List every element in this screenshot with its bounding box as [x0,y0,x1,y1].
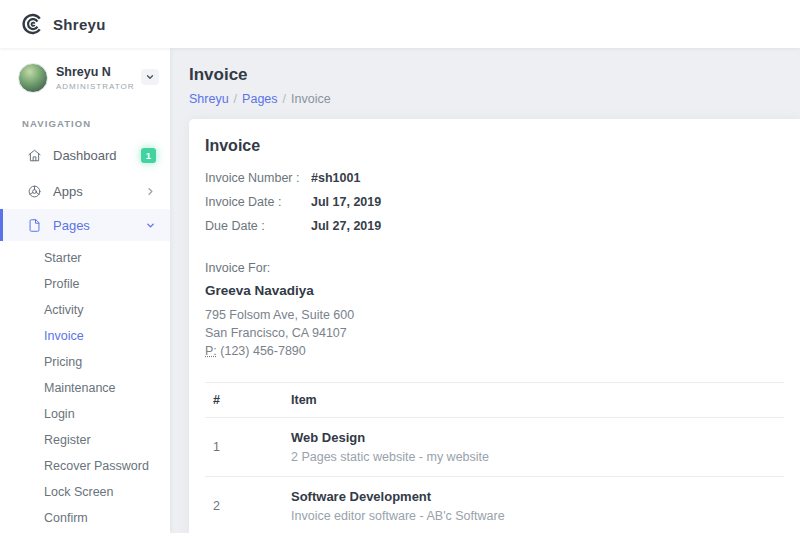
topbar: Shreyu [0,0,800,48]
invoice-number-label: Invoice Number : [205,171,311,185]
pages-submenu: Starter Profile Activity Invoice Pricing… [0,241,170,533]
invoice-number-value: #sh1001 [311,171,360,185]
phone-line: P: (123) 456-7890 [205,343,784,361]
user-name: Shreyu N [56,65,134,79]
invoice-heading: Invoice [205,137,784,155]
address-line-1: 795 Folsom Ave, Suite 600 [205,307,784,325]
customer-address: 795 Folsom Ave, Suite 600 San Francisco,… [205,307,784,360]
phone-abbr: P: [205,344,217,358]
invoice-meta-row: Due Date : Jul 27, 2019 [205,219,784,233]
shreyu-logo-icon [20,12,44,36]
user-menu-toggle[interactable] [141,69,159,85]
sidebar-item-apps[interactable]: Apps [0,173,170,209]
sidebar-item-label: Dashboard [53,148,117,163]
avatar [18,63,48,93]
user-profile-box[interactable]: Shreyu N ADMINISTRATOR [0,48,170,102]
column-header-item: Item [283,383,784,418]
row-number: 2 [205,477,283,533]
sidebar-subitem-invoice[interactable]: Invoice [0,323,170,349]
sidebar-subitem-activity[interactable]: Activity [0,297,170,323]
phone-number: (123) 456-7890 [220,344,305,358]
sidebar-subitem-maintenance[interactable]: Maintenance [0,375,170,401]
due-date-value: Jul 27, 2019 [311,219,381,233]
home-icon [27,148,42,163]
invoice-date-label: Invoice Date : [205,195,311,209]
breadcrumb-link-shreyu[interactable]: Shreyu [189,92,229,106]
due-date-label: Due Date : [205,219,311,233]
nav-section-label: NAVIGATION [22,118,170,129]
breadcrumb-current: Invoice [291,92,331,106]
sidebar-subitem-starter[interactable]: Starter [0,245,170,271]
column-header-num: # [205,383,283,418]
sidebar-item-label: Apps [53,184,83,199]
row-number: 1 [205,418,283,477]
invoice-items-table: # Item 1 Web Design 2 Pages static websi… [205,382,784,533]
sidebar-item-label: Pages [53,218,90,233]
dashboard-badge: 1 [141,148,156,163]
invoice-card: Invoice Invoice Number : #sh1001 Invoice… [189,119,800,533]
sidebar-subitem-register[interactable]: Register [0,427,170,453]
item-description: 2 Pages static website - my website [291,450,776,464]
page-title: Invoice [189,65,800,85]
breadcrumb: Shreyu/Pages/Invoice [189,92,800,106]
table-row: 1 Web Design 2 Pages static website - my… [205,418,784,477]
item-title: Software Development [291,489,776,504]
life-buoy-icon [27,184,42,199]
main-content: Invoice Shreyu/Pages/Invoice Invoice Inv… [170,48,800,533]
brand-name: Shreyu [53,16,106,33]
bill-to-label: Invoice For: [205,261,784,275]
sidebar-item-dashboard[interactable]: Dashboard 1 [0,137,170,173]
sidebar-subitem-login[interactable]: Login [0,401,170,427]
breadcrumb-link-pages[interactable]: Pages [242,92,277,106]
sidebar-subitem-recover-password[interactable]: Recover Password [0,453,170,479]
breadcrumb-separator: / [283,92,286,106]
bill-to-section: Invoice For: Greeva Navadiya 795 Folsom … [205,261,784,360]
address-line-2: San Francisco, CA 94107 [205,325,784,343]
item-description: Invoice editor software - AB'c Software [291,509,776,523]
sidebar-subitem-pricing[interactable]: Pricing [0,349,170,375]
table-header-row: # Item [205,383,784,418]
sidebar-subitem-profile[interactable]: Profile [0,271,170,297]
item-title: Web Design [291,430,776,445]
sidebar-item-pages[interactable]: Pages [0,209,170,241]
brand-link[interactable]: Shreyu [20,12,106,36]
invoice-meta-row: Invoice Date : Jul 17, 2019 [205,195,784,209]
chevron-down-icon [145,72,155,82]
breadcrumb-separator: / [234,92,237,106]
sidebar-subitem-lock-screen[interactable]: Lock Screen [0,479,170,505]
chevron-down-icon [145,220,156,231]
invoice-date-value: Jul 17, 2019 [311,195,381,209]
sidebar: Shreyu N ADMINISTRATOR NAVIGATION Dashbo… [0,48,170,533]
chevron-right-icon [145,186,156,197]
file-text-icon [27,218,42,233]
sidebar-subitem-confirm[interactable]: Confirm [0,505,170,531]
customer-name: Greeva Navadiya [205,283,784,298]
table-row: 2 Software Development Invoice editor so… [205,477,784,533]
user-role: ADMINISTRATOR [56,82,134,91]
invoice-meta-row: Invoice Number : #sh1001 [205,171,784,185]
